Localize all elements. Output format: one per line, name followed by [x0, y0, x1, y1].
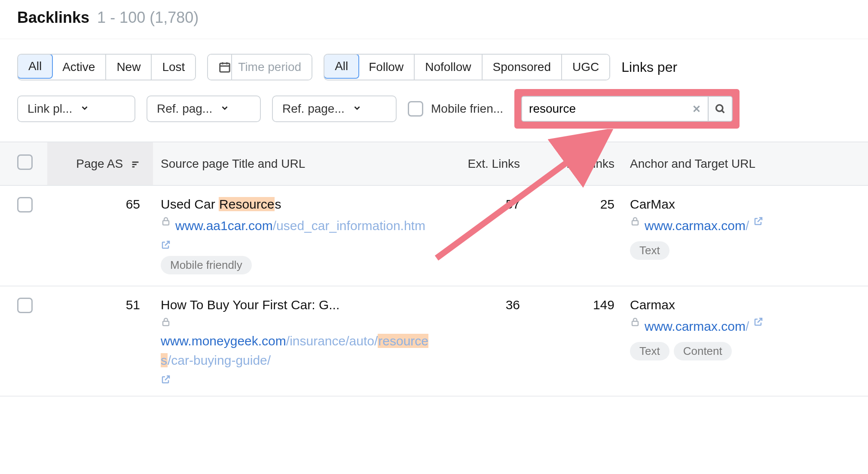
anchor-text: CarMax: [630, 197, 860, 212]
mobile-friendly-checkbox[interactable]: Mobile frien...: [408, 101, 503, 117]
rel-filter-all[interactable]: All: [324, 54, 359, 79]
clear-icon[interactable]: [685, 97, 708, 121]
source-title: How To Buy Your First Car: G...: [161, 298, 433, 312]
time-period-picker[interactable]: Time period: [207, 54, 312, 80]
int-links-value: 25: [528, 185, 622, 286]
svg-rect-8: [132, 166, 135, 168]
rel-filter-nofollow[interactable]: Nofollow: [415, 55, 482, 80]
source-cell: Used Car Resources www.aa1car.com/used_c…: [153, 185, 441, 286]
ref-page-dropdown-1[interactable]: Ref. pag...: [147, 95, 261, 122]
source-cell: How To Buy Your First Car: G... www.mone…: [153, 286, 441, 396]
anchor-cell: Carmax www.carmax.com/ TextContent: [622, 286, 868, 396]
status-filter-all[interactable]: All: [17, 54, 53, 79]
external-link-icon[interactable]: [161, 374, 171, 385]
links-per-truncated[interactable]: Links per: [621, 59, 677, 75]
svg-rect-7: [132, 164, 137, 165]
link-placement-label: Link pl...: [28, 102, 72, 116]
table-header-int-links[interactable]: Int. Links: [528, 142, 622, 185]
table-row: 65 Used Car Resources www.aa1car.com/use…: [0, 185, 868, 286]
external-link-icon[interactable]: [753, 216, 764, 226]
checkbox-box[interactable]: [408, 101, 423, 117]
svg-rect-9: [163, 221, 169, 225]
badge-text: Text: [630, 342, 669, 360]
page-as-value: 51: [47, 286, 153, 396]
rel-filter-ugc[interactable]: UGC: [562, 55, 609, 80]
svg-rect-6: [132, 162, 139, 163]
svg-rect-10: [632, 221, 638, 225]
ref-page-2-label: Ref. page...: [282, 102, 345, 116]
table-header-checkbox: [0, 142, 47, 185]
link-placement-dropdown[interactable]: Link pl...: [17, 95, 135, 122]
search-input[interactable]: [522, 97, 685, 121]
chevron-down-icon: [220, 102, 229, 116]
toolbar: All Active New Lost Time period All Foll…: [0, 39, 868, 136]
external-link-icon[interactable]: [161, 240, 171, 250]
fade-overlay: [0, 427, 868, 474]
anchor-cell: CarMax www.carmax.com/ Text: [622, 185, 868, 286]
search-icon[interactable]: [708, 97, 732, 121]
svg-rect-12: [632, 321, 638, 326]
row-checkbox[interactable]: [17, 298, 33, 313]
svg-line-4: [722, 111, 724, 113]
table-row: 51 How To Buy Your First Car: G... www.m…: [0, 286, 868, 396]
table-header-anchor[interactable]: Anchor and Target URL: [622, 142, 868, 185]
lock-icon: [161, 216, 171, 226]
rel-filter-follow[interactable]: Follow: [358, 55, 415, 80]
page-as-label: Page AS: [76, 157, 123, 170]
source-url-link[interactable]: www.moneygeek.com/insurance/auto/resourc…: [161, 331, 433, 370]
ext-links-value: 36: [441, 286, 528, 396]
status-filter-group: All Active New Lost: [17, 54, 196, 80]
mobile-friendly-label: Mobile frien...: [431, 102, 503, 116]
time-period-label: Time period: [232, 55, 312, 80]
ref-page-1-label: Ref. pag...: [157, 102, 212, 116]
status-filter-lost[interactable]: Lost: [152, 55, 195, 80]
page-count: 1 - 100 (1,780): [97, 9, 199, 27]
svg-rect-0: [220, 63, 230, 72]
calendar-icon: [208, 55, 232, 80]
lock-icon: [630, 216, 640, 226]
backlinks-table: Page AS Source page Title and URL Ext. L…: [0, 142, 868, 397]
table-header-row: Page AS Source page Title and URL Ext. L…: [0, 142, 868, 185]
rel-filter-sponsored[interactable]: Sponsored: [483, 55, 562, 80]
external-link-icon[interactable]: [753, 317, 764, 327]
status-filter-active[interactable]: Active: [52, 55, 106, 80]
table-header-page-as[interactable]: Page AS: [47, 142, 153, 185]
svg-point-3: [716, 105, 723, 111]
page-title: Backlinks: [17, 9, 89, 27]
source-url-link[interactable]: www.aa1car.com/used_car_information.htm: [175, 216, 425, 235]
table-header-source[interactable]: Source page Title and URL: [153, 142, 441, 185]
badge-text: Text: [630, 241, 669, 260]
anchor-text: Carmax: [630, 298, 860, 312]
target-url-link[interactable]: www.carmax.com/: [645, 216, 749, 235]
sort-desc-icon: [131, 160, 140, 169]
badge-content: Content: [674, 342, 732, 360]
ext-links-value: 57: [441, 185, 528, 286]
badge-mobile-friendly: Mobile friendly: [161, 256, 252, 274]
search-box: [521, 96, 733, 122]
int-links-value: 149: [528, 286, 622, 396]
page-header: Backlinks 1 - 100 (1,780): [0, 0, 868, 39]
select-all-checkbox[interactable]: [17, 154, 33, 170]
lock-icon: [161, 317, 171, 327]
row-checkbox[interactable]: [17, 197, 33, 212]
rel-filter-group: All Follow Nofollow Sponsored UGC: [324, 54, 610, 80]
ref-page-dropdown-2[interactable]: Ref. page...: [272, 95, 397, 122]
status-filter-new[interactable]: New: [106, 55, 152, 80]
source-title: Used Car Resources: [161, 197, 433, 212]
target-url-link[interactable]: www.carmax.com/: [645, 317, 749, 336]
search-highlight: [514, 89, 740, 129]
lock-icon: [630, 317, 640, 327]
page-as-value: 65: [47, 185, 153, 286]
chevron-down-icon: [80, 102, 89, 116]
svg-rect-11: [163, 321, 169, 326]
table-header-ext-links[interactable]: Ext. Links: [441, 142, 528, 185]
chevron-down-icon: [352, 102, 362, 116]
